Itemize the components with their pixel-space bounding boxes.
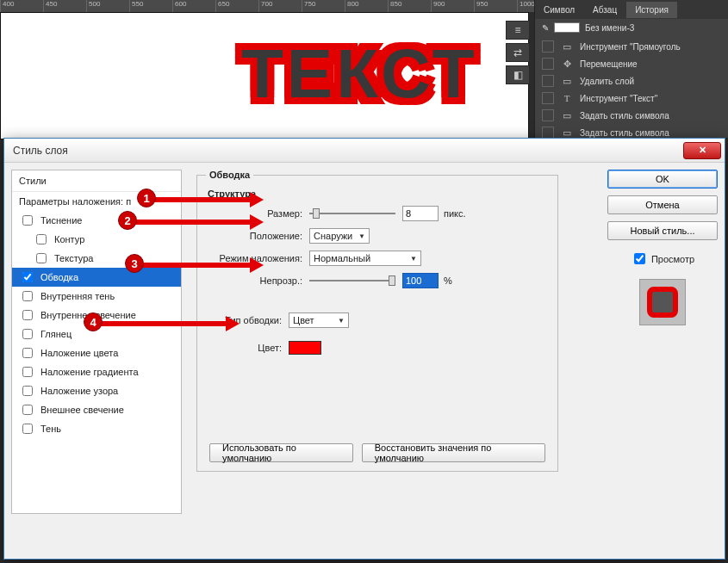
style-drop-shadow[interactable]: Тень xyxy=(12,419,181,438)
make-default-button[interactable]: Использовать по умолчанию xyxy=(209,443,353,462)
tool-icon[interactable]: ⇄ xyxy=(506,43,530,62)
checkbox[interactable] xyxy=(22,367,33,377)
history-item[interactable]: TИнструмент "Текст" xyxy=(535,90,728,107)
dialog-buttons: OK Отмена Новый стиль... Просмотр xyxy=(607,170,718,331)
cancel-button[interactable]: Отмена xyxy=(607,195,718,214)
history-item[interactable]: ▭Задать стиль символа xyxy=(535,107,728,124)
rectangle-icon: ▭ xyxy=(561,76,573,87)
checkbox[interactable] xyxy=(22,310,33,320)
styles-header: Стили xyxy=(12,170,181,192)
style-gradient-overlay[interactable]: Наложение градиента xyxy=(12,362,181,381)
doc-name-label: Без имени-3 xyxy=(585,23,634,33)
tool-icon[interactable]: ◧ xyxy=(506,65,530,84)
reset-default-button[interactable]: Восстановить значения по умолчанию xyxy=(362,443,545,462)
opacity-slider[interactable] xyxy=(309,274,395,288)
type-icon: T xyxy=(561,93,573,103)
group-legend: Обводка xyxy=(206,170,253,180)
canvas-text[interactable]: ТЕКСТ xyxy=(241,34,478,114)
checkbox[interactable] xyxy=(22,386,33,396)
right-tool-strip: ≡ ⇄ ◧ xyxy=(506,21,530,84)
close-button[interactable]: ✕ xyxy=(683,142,721,159)
brush-icon: ✎ xyxy=(542,23,549,33)
rectangle-icon: ▭ xyxy=(561,41,573,53)
right-panel: ≡ ⇄ ◧ Символ Абзац История ✎ Без имени-3… xyxy=(534,0,728,138)
history-item[interactable]: ▭Инструмент "Прямоуголь xyxy=(535,38,728,55)
preview-checkbox-row[interactable]: Просмотр xyxy=(607,251,718,267)
annotation-arrow xyxy=(140,263,259,268)
position-select[interactable]: Снаружи xyxy=(309,228,370,244)
checkbox[interactable] xyxy=(36,253,47,263)
doc-swatch xyxy=(554,22,580,33)
layer-style-dialog: Стиль слоя ✕ Стили Параметры наложения: … xyxy=(3,138,725,560)
style-color-overlay[interactable]: Наложение цвета xyxy=(12,343,181,362)
rectangle-icon: ▭ xyxy=(561,110,573,121)
default-buttons: Использовать по умолчанию Восстановить з… xyxy=(206,443,549,462)
tab-paragraph[interactable]: Абзац xyxy=(584,2,625,18)
dialog-title: Стиль слоя xyxy=(13,145,68,157)
checkbox[interactable] xyxy=(22,329,33,339)
annotation-badge-2: 2 xyxy=(118,211,137,230)
history-item[interactable]: ✥Перемещение xyxy=(535,55,728,72)
preview-thumbnail xyxy=(639,279,686,325)
checkbox[interactable] xyxy=(22,348,33,358)
annotation-arrow xyxy=(134,220,259,225)
blend-mode-select[interactable]: Нормальный xyxy=(309,251,421,266)
position-label: Положение: xyxy=(206,231,309,241)
annotation-badge-3: 3 xyxy=(125,254,144,273)
color-row: Цвет: xyxy=(206,337,549,359)
size-slider[interactable] xyxy=(309,207,395,220)
annotation-badge-1: 1 xyxy=(137,189,156,207)
opacity-label: Непрозр.: xyxy=(206,275,309,286)
rectangle-icon: ▭ xyxy=(561,127,573,139)
checkbox[interactable] xyxy=(22,405,33,415)
checkbox[interactable] xyxy=(22,272,33,282)
style-contour[interactable]: Контур xyxy=(12,230,181,249)
history-list: ▭Инструмент "Прямоуголь ✥Перемещение ▭Уд… xyxy=(535,36,728,143)
style-inner-shadow[interactable]: Внутренняя тень xyxy=(12,287,181,306)
ok-button[interactable]: OK xyxy=(607,170,718,189)
ruler-horizontal: 4004505005506006507007508008509009501000… xyxy=(0,0,536,12)
document-name-row: ✎ Без имени-3 xyxy=(535,19,728,36)
size-input[interactable] xyxy=(402,206,439,221)
tab-history[interactable]: История xyxy=(626,2,677,18)
stroke-type-select[interactable]: Цвет xyxy=(289,312,349,328)
annotation-arrow xyxy=(147,197,259,202)
style-pattern-overlay[interactable]: Наложение узора xyxy=(12,381,181,400)
annotation-arrow xyxy=(99,321,235,326)
size-unit: пикс. xyxy=(444,208,466,219)
annotation-badge-4: 4 xyxy=(84,312,103,331)
checkbox[interactable] xyxy=(22,215,33,226)
tab-character[interactable]: Символ xyxy=(535,2,583,18)
history-item[interactable]: ▭Удалить слой xyxy=(535,72,728,90)
color-swatch[interactable] xyxy=(289,341,321,355)
stroke-type-row: Тип обводки: Цвет xyxy=(206,309,549,331)
style-stroke[interactable]: Обводка xyxy=(12,268,181,287)
checkbox[interactable] xyxy=(22,424,33,434)
tool-icon[interactable]: ≡ xyxy=(506,21,530,40)
move-icon: ✥ xyxy=(561,59,573,70)
opacity-input[interactable] xyxy=(402,273,439,288)
color-label: Цвет: xyxy=(206,343,289,353)
dialog-titlebar[interactable]: Стиль слоя ✕ xyxy=(4,139,725,163)
panel-tabs: Символ Абзац История xyxy=(535,0,728,19)
new-style-button[interactable]: Новый стиль... xyxy=(607,221,718,240)
checkbox[interactable] xyxy=(22,291,33,301)
opacity-unit: % xyxy=(444,275,452,286)
checkbox[interactable] xyxy=(36,234,47,244)
preview-checkbox[interactable] xyxy=(634,253,645,264)
preview-label: Просмотр xyxy=(651,254,694,264)
style-outer-glow[interactable]: Внешнее свечение xyxy=(12,400,181,419)
